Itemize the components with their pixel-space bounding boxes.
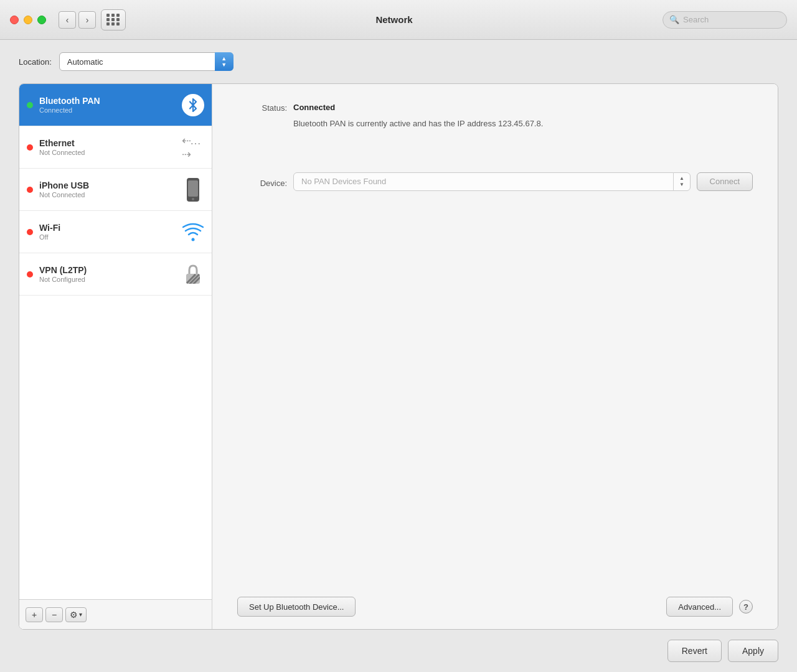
status-row: Status: Connected <box>237 103 753 113</box>
status-description: Bluetooth PAN is currently active and ha… <box>293 118 543 130</box>
main-content: Location: Automatic ▲ ▼ Bluetooth PAN Co… <box>0 40 797 630</box>
item-name-ethernet: Ethernet <box>39 138 182 148</box>
svg-point-2 <box>192 198 194 200</box>
iphone-icon-wrap <box>182 179 204 201</box>
gear-icon: ⚙ <box>70 610 78 620</box>
device-select-wrap: No PAN Devices Found ▲ ▼ <box>293 172 691 191</box>
svg-rect-1 <box>188 180 198 197</box>
advanced-button[interactable]: Advanced... <box>666 597 733 617</box>
item-name-wifi: Wi-Fi <box>39 223 182 233</box>
vpn-lock-icon <box>183 262 203 287</box>
iphone-icon <box>186 178 200 202</box>
status-desc-label <box>237 118 287 118</box>
device-row: Device: No PAN Devices Found ▲ ▼ Connect <box>237 172 753 191</box>
wifi-icon <box>182 223 204 241</box>
device-select[interactable]: No PAN Devices Found <box>293 172 691 191</box>
item-status-iphone-usb: Not Connected <box>39 191 182 198</box>
right-panel: Status: Connected Bluetooth PAN is curre… <box>212 84 778 629</box>
location-select-wrap: Automatic ▲ ▼ <box>59 52 233 71</box>
item-status-ethernet: Not Connected <box>39 149 182 156</box>
location-bar: Location: Automatic ▲ ▼ <box>19 52 778 71</box>
back-button[interactable]: ‹ <box>59 11 76 29</box>
status-label: Status: <box>237 103 287 113</box>
bluetooth-icon <box>182 94 204 116</box>
forward-button[interactable]: › <box>78 11 96 29</box>
wifi-icon-wrap <box>182 221 204 243</box>
grid-icon <box>106 14 120 26</box>
search-bar[interactable]: 🔍 Search <box>663 11 787 29</box>
add-network-button[interactable]: + <box>26 607 43 622</box>
item-status-wifi: Off <box>39 233 182 241</box>
status-dot-red-ethernet <box>27 144 33 151</box>
traffic-lights <box>10 16 46 24</box>
svg-point-3 <box>192 238 195 241</box>
chevron-down-icon: ▾ <box>79 611 82 618</box>
connect-button[interactable]: Connect <box>697 172 753 191</box>
sidebar-item-wifi[interactable]: Wi-Fi Off <box>19 211 212 253</box>
item-text-wifi: Wi-Fi Off <box>39 223 182 241</box>
apply-button[interactable]: Apply <box>728 640 778 662</box>
ethernet-icon-wrap: ⇠…⇢ <box>182 136 204 159</box>
revert-button[interactable]: Revert <box>667 640 722 662</box>
sidebar-item-bluetooth-pan[interactable]: Bluetooth PAN Connected <box>19 84 212 126</box>
ethernet-icon: ⇠…⇢ <box>182 134 204 161</box>
item-text-ethernet: Ethernet Not Connected <box>39 138 182 156</box>
status-desc-row: Bluetooth PAN is currently active and ha… <box>237 118 753 130</box>
location-label: Location: <box>19 57 52 67</box>
minimize-button[interactable] <box>24 16 32 24</box>
item-name-iphone-usb: iPhone USB <box>39 180 182 190</box>
titlebar: ‹ › Network 🔍 Search <box>0 0 797 40</box>
item-text-iphone-usb: iPhone USB Not Connected <box>39 180 182 198</box>
maximize-button[interactable] <box>37 16 46 24</box>
item-status-bluetooth-pan: Connected <box>39 106 182 114</box>
sidebar-toolbar: + − ⚙ ▾ <box>19 599 212 629</box>
location-select[interactable]: Automatic <box>59 52 233 71</box>
status-dot-red-vpn <box>27 271 33 278</box>
main-panel: Bluetooth PAN Connected <box>19 83 778 630</box>
status-section: Status: Connected Bluetooth PAN is curre… <box>237 103 753 135</box>
close-button[interactable] <box>10 16 19 24</box>
item-text-vpn: VPN (L2TP) Not Configured <box>39 265 182 283</box>
search-placeholder: Search <box>683 15 709 24</box>
bottom-actions: Set Up Bluetooth Device... Advanced... ? <box>237 584 753 617</box>
sidebar-item-vpn-l2tp[interactable]: VPN (L2TP) Not Configured <box>19 253 212 296</box>
device-label: Device: <box>237 175 287 188</box>
network-list: Bluetooth PAN Connected <box>19 84 212 599</box>
bluetooth-icon-wrap <box>182 94 204 116</box>
status-dot-green <box>27 102 33 108</box>
item-name-bluetooth-pan: Bluetooth PAN <box>39 96 182 106</box>
nav-buttons: ‹ › <box>59 11 96 29</box>
vpn-icon-wrap <box>182 263 204 286</box>
item-status-vpn: Not Configured <box>39 276 182 283</box>
help-button[interactable]: ? <box>739 600 753 614</box>
bottom-bar: Revert Apply <box>0 630 797 672</box>
status-dot-red-iphone <box>27 187 33 193</box>
window-title: Network <box>126 14 663 25</box>
item-text-bluetooth-pan: Bluetooth PAN Connected <box>39 96 182 114</box>
setup-bluetooth-button[interactable]: Set Up Bluetooth Device... <box>237 597 356 617</box>
grid-view-button[interactable] <box>101 9 126 30</box>
search-icon: 🔍 <box>669 15 679 24</box>
sidebar-item-ethernet[interactable]: Ethernet Not Connected ⇠…⇢ <box>19 126 212 169</box>
status-value: Connected <box>293 103 335 112</box>
item-name-vpn: VPN (L2TP) <box>39 265 182 275</box>
sidebar: Bluetooth PAN Connected <box>19 84 212 629</box>
sidebar-item-iphone-usb[interactable]: iPhone USB Not Connected <box>19 169 212 211</box>
remove-network-button[interactable]: − <box>45 607 63 622</box>
gear-menu-button[interactable]: ⚙ ▾ <box>65 607 87 622</box>
status-dot-red-wifi <box>27 229 33 235</box>
